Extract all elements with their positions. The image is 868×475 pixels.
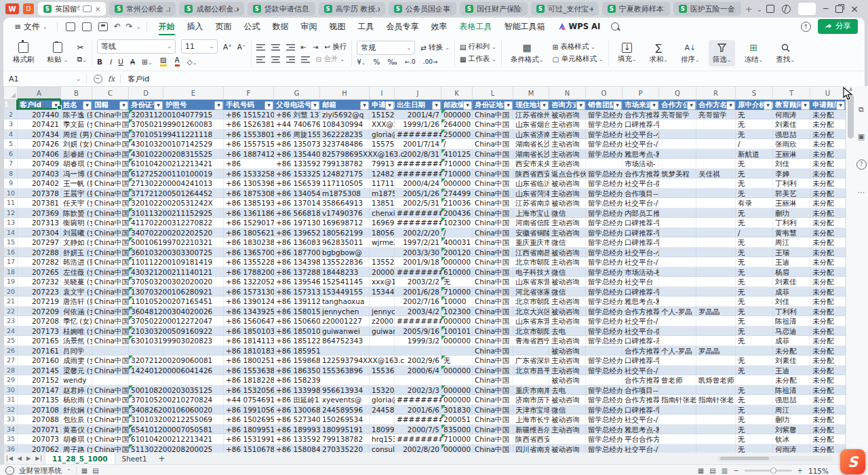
cell-K32[interactable]: 301830 [441, 405, 473, 415]
column-header-I[interactable]: I [370, 87, 395, 99]
row-number-29[interactable]: 29 [4, 375, 18, 385]
cell-P16[interactable]: 社交平台-小 [623, 248, 659, 258]
cell-J3[interactable]: 1999/1/26 [395, 119, 441, 130]
cell-Q31[interactable]: 指南针张老 [659, 395, 696, 405]
row-number-33[interactable]: 33 [4, 415, 18, 425]
cell-O6[interactable]: 留学总经办 [586, 149, 623, 159]
cell-B6[interactable]: 彭睿婧 (女 [61, 149, 92, 159]
cell-L18[interactable]: China中国 [473, 267, 513, 278]
menu-tab-审阅[interactable]: 审阅 [295, 18, 323, 35]
filter-dropdown-icon[interactable]: ▼ [311, 101, 319, 110]
cell-G18[interactable]: +86 1372884680 [274, 267, 320, 278]
minimize-button[interactable]: ─ [823, 5, 828, 13]
cell-S12[interactable]: 无 [736, 208, 773, 218]
cell-L27[interactable]: China中国 [473, 356, 513, 366]
column-header-N[interactable]: N [549, 87, 586, 99]
cell-J8[interactable]: ######### [395, 169, 441, 179]
cell-D8[interactable]: 612725200110100019 [129, 169, 163, 179]
cell-T33[interactable]: 蒯玏 [773, 415, 810, 425]
cell-M8[interactable]: 陕西省西安 [513, 169, 549, 179]
cell-I22[interactable]: jennychen [370, 307, 395, 317]
cell-O26[interactable] [586, 346, 623, 356]
cell-I25[interactable] [370, 336, 395, 346]
cell-L3[interactable]: China中国 [473, 119, 513, 130]
cell-L16[interactable]: China中国 [473, 248, 513, 258]
cell-N2[interactable]: 被动咨询 [549, 110, 586, 120]
cell-N13[interactable]: 主动咨询 [549, 218, 586, 228]
header-cell-S[interactable]: 原中介机构▼ [736, 100, 773, 110]
cell-Q15[interactable] [659, 238, 696, 248]
cell-G9[interactable]: +86 1565399710 [274, 178, 320, 189]
cell-S20[interactable]: 无 [736, 287, 773, 297]
header-cell-U[interactable]: 申请顾问▼ [810, 100, 846, 110]
cell-I19[interactable]: xxx@163.c [370, 277, 395, 287]
filter-dropdown-icon[interactable]: ▼ [83, 101, 92, 110]
thousands-button[interactable]: ‰ [388, 58, 397, 66]
row-number-3[interactable]: 3 [4, 119, 18, 130]
format-painter-button[interactable]: 格式刷 [9, 40, 39, 66]
cell-T16[interactable]: 王瑞 [773, 248, 810, 258]
menu-tab-数据[interactable]: 数据 [267, 18, 295, 35]
cell-K24[interactable]: 100101 [441, 326, 473, 337]
cell-L4[interactable]: China中国 [473, 130, 513, 140]
cell-O21[interactable]: 留学总经办 [586, 297, 623, 307]
cell-R29[interactable]: 凯烁曾老师 [696, 375, 736, 385]
cell-M16[interactable]: 江西省南昌 [513, 248, 549, 258]
cell-I33[interactable] [370, 415, 395, 425]
cell-H29[interactable] [320, 375, 370, 385]
save-icon[interactable] [66, 22, 75, 31]
cell-B24[interactable]: 桂婉唯 (女 [61, 326, 92, 337]
cell-H7[interactable]: 799138782 [320, 159, 370, 169]
cell-A10[interactable]: 207378 [18, 189, 61, 199]
wps-ai-button[interactable]: WPS AI [553, 22, 606, 31]
cell-R17[interactable] [696, 257, 736, 267]
cell-R23[interactable] [696, 316, 736, 326]
cell-L15[interactable]: China中国 [473, 238, 513, 248]
cell-G24[interactable]: +86 1850103098 [274, 326, 320, 337]
increase-decimal-button[interactable]: ←.0 [405, 58, 416, 65]
cell-Q25[interactable] [659, 336, 696, 346]
break-view-icon[interactable]: ▥ [722, 467, 728, 474]
cell-B20[interactable]: 袁文宇 (女 [61, 287, 92, 297]
cell-A15[interactable]: 207297 [18, 238, 61, 248]
cell-L30[interactable]: China中国 [473, 385, 513, 396]
cell-D12[interactable]: 310113200211152925 [129, 208, 163, 218]
menu-tab-智能工具箱[interactable]: 智能工具箱 [498, 18, 551, 35]
cell-T6[interactable]: 王丽淋 [773, 149, 810, 159]
cell-S19[interactable]: 无 [736, 277, 773, 287]
row-number-13[interactable]: 13 [4, 218, 18, 228]
row-number-9[interactable]: 9 [4, 178, 18, 189]
row-number-7[interactable]: 7 [4, 159, 18, 169]
cell-P25[interactable]: 口碑推荐-亲 [623, 336, 659, 346]
cell-K36[interactable]: 000000 [441, 444, 473, 453]
cell-G12[interactable]: +86 56681836 [274, 208, 320, 218]
cell-M7[interactable]: 西安市未央 [513, 159, 549, 169]
cell-O29[interactable] [586, 375, 623, 385]
cell-L34[interactable]: China中国 [473, 425, 513, 435]
cell-U2[interactable]: 未分配 [810, 110, 846, 120]
cell-B5[interactable]: 刘妍 (女) [61, 139, 92, 149]
cell-F14[interactable]: +86 18056219 [224, 228, 274, 238]
cell-F25[interactable]: +86 18141137 [224, 336, 274, 346]
column-header-P[interactable]: P [623, 87, 659, 99]
cell-J12[interactable]: ######### [395, 208, 441, 218]
cell-C27[interactable]: China中国 [92, 356, 129, 366]
cell-C23[interactable]: China中国 [92, 316, 129, 326]
cell-Q14[interactable] [659, 228, 696, 238]
cell-G3[interactable]: +44 7406762888 [274, 119, 320, 130]
cell-C2[interactable]: China中国 [92, 110, 129, 120]
cell-A32[interactable]: 207108 [18, 405, 61, 415]
cell-J29[interactable] [395, 375, 441, 385]
file-menu[interactable]: ≡ 文件⌄ [10, 21, 52, 33]
cell-T25[interactable]: 成菲 [773, 336, 810, 346]
column-header-L[interactable]: L [473, 87, 513, 99]
cell-S11[interactable]: 有录 [736, 198, 773, 208]
cell-S24[interactable]: 无 [736, 326, 773, 337]
cell-G17[interactable]: +86 1343982452 [274, 257, 320, 267]
cell-R14[interactable] [696, 228, 736, 238]
cell-H23[interactable]: z20001227 [320, 316, 370, 326]
cell-U33[interactable]: 未分配 [810, 415, 846, 425]
menu-tab-公式[interactable]: 公式 [238, 18, 267, 35]
cell-S28[interactable]: 无 [736, 366, 773, 376]
cell-R2[interactable]: 亮哥留学 [696, 110, 736, 120]
